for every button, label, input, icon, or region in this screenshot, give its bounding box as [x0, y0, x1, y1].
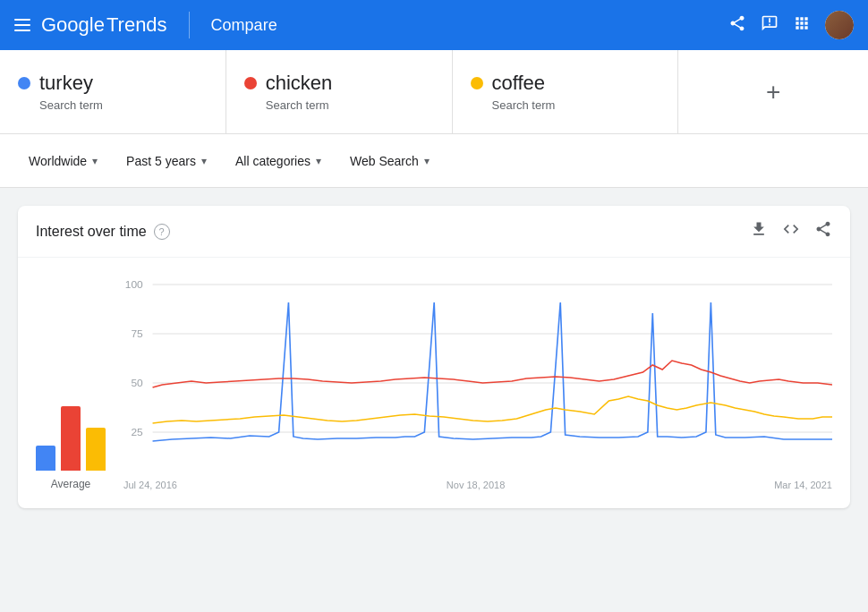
card-header-actions: [750, 220, 832, 242]
share-icon[interactable]: [728, 14, 746, 37]
logo-trends-text: Trends: [106, 13, 167, 37]
download-icon[interactable]: [750, 220, 768, 242]
x-label-3: Mar 14, 2021: [774, 480, 832, 490]
line-chart-svg: 100 75 50 25: [123, 276, 832, 472]
turkey-bar: [36, 446, 55, 471]
chicken-term-name: chicken: [266, 72, 333, 95]
x-axis-labels: Jul 24, 2016 Nov 18, 2018 Mar 14, 2021: [123, 476, 832, 490]
chicken-term-label: Search term: [244, 98, 434, 112]
time-filter-label: Past 5 years: [126, 154, 196, 168]
svg-text:25: 25: [131, 427, 142, 438]
svg-rect-1: [14, 24, 30, 26]
geo-filter-label: Worldwide: [29, 154, 87, 168]
svg-rect-0: [14, 19, 30, 21]
main-content: Interest over time ?: [0, 188, 868, 526]
turkey-color-dot: [18, 77, 30, 89]
turkey-term-name: turkey: [39, 72, 93, 95]
time-filter-chevron-icon: ▾: [201, 155, 207, 167]
x-label-2: Nov 18, 2018: [447, 480, 505, 490]
menu-icon[interactable]: [14, 15, 30, 36]
coffee-line: [153, 396, 832, 423]
turkey-term-label: Search term: [18, 98, 208, 112]
coffee-color-dot: [471, 77, 483, 89]
search-type-filter-chevron-icon: ▾: [424, 155, 430, 167]
category-filter-chevron-icon: ▾: [316, 155, 321, 167]
geo-filter-button[interactable]: Worldwide ▾: [18, 147, 108, 175]
coffee-bar: [86, 428, 106, 471]
card-header: Interest over time ?: [18, 206, 850, 258]
geo-filter-chevron-icon: ▾: [92, 155, 98, 167]
search-term-chicken[interactable]: chicken Search term: [226, 50, 453, 133]
category-filter-button[interactable]: All categories ▾: [225, 147, 332, 175]
svg-text:75: 75: [131, 328, 142, 339]
card-title: Interest over time: [36, 224, 147, 240]
share-line-icon[interactable]: [814, 220, 832, 242]
svg-rect-2: [14, 30, 30, 31]
line-chart: 100 75 50 25 Jul 24, 2016 Nov 18, 2018 M…: [123, 276, 832, 490]
avatar[interactable]: [825, 11, 854, 39]
apps-icon[interactable]: [793, 14, 811, 37]
mini-bar-chart: Average: [36, 399, 106, 490]
search-term-turkey[interactable]: turkey Search term: [0, 50, 226, 133]
bars-row: [36, 399, 106, 471]
category-filter-label: All categories: [235, 154, 311, 168]
embed-icon[interactable]: [782, 220, 800, 242]
interest-over-time-card: Interest over time ?: [18, 206, 850, 508]
search-type-filter-label: Web Search: [350, 154, 419, 168]
chicken-bar: [61, 406, 81, 471]
page-title: Compare: [211, 16, 718, 35]
search-terms-bar: turkey Search term chicken Search term c…: [0, 50, 868, 134]
add-term-button[interactable]: +: [678, 50, 868, 133]
time-filter-button[interactable]: Past 5 years ▾: [115, 147, 217, 175]
search-term-coffee[interactable]: coffee Search term: [453, 50, 679, 133]
svg-text:100: 100: [125, 279, 143, 290]
app-header: Google Trends Compare: [0, 0, 868, 50]
x-label-1: Jul 24, 2016: [123, 480, 177, 490]
filters-bar: Worldwide ▾ Past 5 years ▾ All categorie…: [0, 134, 868, 188]
chicken-color-dot: [244, 77, 257, 89]
app-logo: Google Trends: [41, 13, 167, 37]
turkey-line: [153, 302, 832, 441]
svg-text:50: 50: [131, 378, 142, 388]
logo-google-text: Google: [41, 13, 105, 37]
header-divider: [189, 12, 190, 38]
header-actions: [728, 11, 854, 39]
search-type-filter-button[interactable]: Web Search ▾: [339, 147, 440, 175]
avg-label: Average: [51, 478, 90, 490]
help-icon[interactable]: ?: [154, 224, 170, 240]
feedback-icon[interactable]: [761, 14, 779, 37]
coffee-term-name: coffee: [492, 72, 546, 95]
coffee-term-label: Search term: [471, 98, 660, 112]
chart-container: Average 100 75 50 25: [18, 258, 850, 508]
